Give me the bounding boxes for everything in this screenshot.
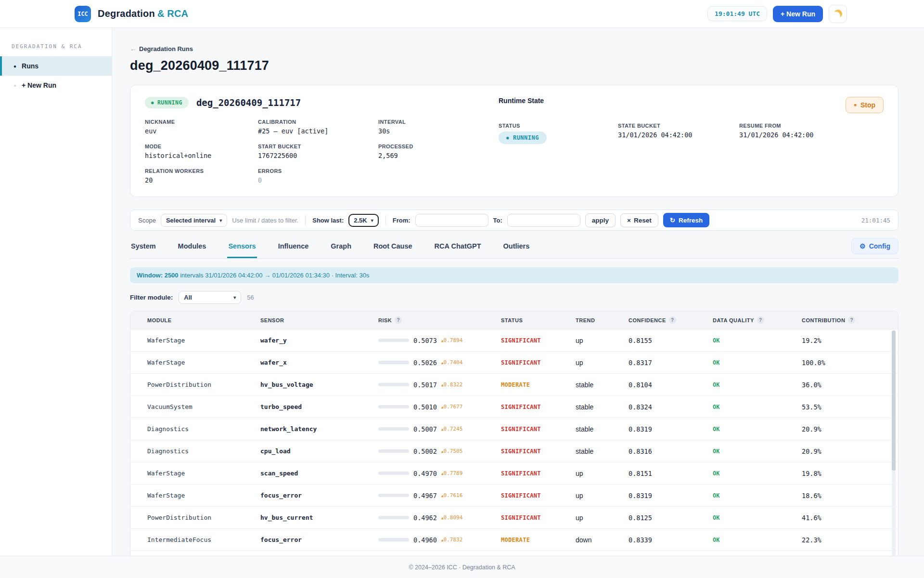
scope-select[interactable]: Selected interval ▾: [161, 214, 227, 227]
cell-sensor: wafer_y: [260, 337, 378, 344]
vertical-scrollbar[interactable]: [892, 330, 896, 556]
field-value: 30s: [378, 127, 499, 135]
risk-bar: [378, 449, 409, 453]
tab-rca-chatgpt[interactable]: RCA ChatGPT: [434, 242, 482, 258]
close-icon: ×: [627, 217, 631, 224]
column-label: MODULE: [147, 317, 172, 323]
run-fields-grid: NICKNAME euv CALIBRATION #25 — euv [acti…: [145, 119, 499, 184]
vertical-scrollbar-thumb[interactable]: [892, 330, 896, 471]
arrow-right-icon: →: [264, 272, 270, 279]
table-column-header: SENSOR: [260, 317, 378, 323]
cell-data-quality: OK: [713, 337, 802, 344]
app-title-accent: & RCA: [157, 8, 188, 19]
refresh-button[interactable]: ↻ Refresh: [663, 213, 710, 227]
cell-status: SIGNIFICANT: [501, 448, 576, 455]
cell-trend: up: [576, 492, 629, 499]
cell-trend: up: [576, 359, 629, 367]
run-field: PROCESSED 2,569: [378, 144, 499, 159]
sidebar-item-new-run[interactable]: ● + New Run: [0, 76, 112, 95]
field-value: #25 — euv [active]: [258, 127, 378, 135]
risk-value: 0.4962: [413, 514, 437, 522]
cell-status: SIGNIFICANT: [501, 470, 576, 477]
utc-clock: 19:01:49 UTC: [707, 6, 767, 21]
last-refresh-time: 21:01:45: [861, 217, 890, 224]
cell-status: SIGNIFICANT: [501, 492, 576, 499]
cell-risk: 0.4962 ▲0.8094: [378, 514, 501, 522]
run-field: MODE historical+online: [145, 144, 258, 159]
table-row[interactable]: IntermediateFocus euv_power 0.4939 ▲0.81…: [130, 551, 898, 556]
sidebar-item-label: + New Run: [22, 81, 56, 89]
table-row[interactable]: PowerDistribution hv_bus_voltage 0.5017 …: [130, 374, 898, 396]
to-date-input[interactable]: [507, 214, 580, 227]
risk-delta: ▲0.7616: [441, 492, 463, 499]
table-row[interactable]: WaferStage scan_speed 0.4970 ▲0.7789 SIG…: [130, 462, 898, 485]
cell-risk: 0.4960 ▲0.7832: [378, 536, 501, 544]
cell-confidence: 0.8319: [629, 492, 713, 499]
help-icon[interactable]: ?: [669, 316, 676, 324]
table-row[interactable]: WaferStage focus_error 0.4967 ▲0.7616 SI…: [130, 485, 898, 507]
cell-module: PowerDistribution: [147, 381, 260, 388]
cell-contribution: 100.0%: [802, 359, 898, 367]
app-title: Degradation& RCA: [98, 8, 188, 19]
table-header-row: MODULE SENSOR RISK ? STATUS TREND CONFID…: [130, 311, 898, 329]
show-last-select[interactable]: 2.5K ▾: [348, 214, 379, 227]
moon-icon: [833, 9, 843, 19]
chevron-down-icon: ▾: [371, 218, 373, 223]
filter-module-select[interactable]: All ▾: [179, 291, 241, 304]
cell-module: Diagnostics: [147, 447, 260, 455]
table-row[interactable]: Diagnostics network_latency 0.5007 ▲0.72…: [130, 418, 898, 440]
table-row[interactable]: WaferStage wafer_x 0.5026 ▲0.7404 SIGNIF…: [130, 352, 898, 374]
table-row[interactable]: WaferStage wafer_y 0.5073 ▲0.7894 SIGNIF…: [130, 329, 898, 352]
cell-data-quality: OK: [713, 426, 802, 433]
stop-button[interactable]: ■ Stop: [846, 97, 884, 113]
cell-module: WaferStage: [147, 470, 260, 477]
help-icon[interactable]: ?: [848, 316, 855, 324]
breadcrumb-back-link[interactable]: ←Degradation Runs: [130, 45, 898, 53]
field-value: 1767225600: [258, 152, 378, 159]
apply-button[interactable]: apply: [585, 213, 616, 227]
cell-contribution: 20.9%: [802, 447, 898, 455]
risk-bar: [378, 516, 409, 519]
table-row[interactable]: PowerDistribution hv_bus_current 0.4962 …: [130, 507, 898, 529]
gear-icon: ⚙: [860, 242, 866, 250]
cell-sensor: wafer_x: [260, 359, 378, 366]
cell-status: MODERATE: [501, 537, 576, 543]
field-label: PROCESSED: [378, 144, 499, 149]
reset-button[interactable]: × Reset: [620, 213, 658, 227]
risk-value: 0.5010: [413, 403, 437, 411]
config-button[interactable]: ⚙ Config: [851, 238, 898, 254]
cell-module: VacuumSystem: [147, 403, 260, 410]
refresh-icon: ↻: [670, 216, 675, 224]
tab-modules[interactable]: Modules: [177, 242, 207, 258]
bullet-icon: ●: [13, 83, 16, 88]
sidebar-item-label: Runs: [22, 62, 38, 70]
filter-toolbar: Scope Selected interval ▾ Use limit / da…: [130, 210, 898, 231]
theme-toggle-button[interactable]: [829, 5, 847, 23]
table-row[interactable]: IntermediateFocus focus_error 0.4960 ▲0.…: [130, 529, 898, 551]
help-icon[interactable]: ?: [395, 316, 402, 324]
field-label: MODE: [145, 144, 258, 149]
tab-outliers[interactable]: Outliers: [502, 242, 531, 258]
cell-sensor: turbo_speed: [260, 403, 378, 410]
sidebar-item-runs[interactable]: ● Runs: [0, 56, 112, 76]
tab-influence[interactable]: Influence: [277, 242, 310, 258]
new-run-button[interactable]: + New Run: [773, 6, 823, 22]
tab-graph[interactable]: Graph: [330, 242, 352, 258]
from-date-input[interactable]: [415, 214, 488, 227]
cell-contribution: 19.8%: [802, 470, 898, 477]
cell-status: MODERATE: [501, 381, 576, 388]
cell-contribution: 19.2%: [802, 337, 898, 344]
cell-trend: stable: [576, 403, 629, 411]
tab-system[interactable]: System: [130, 242, 157, 258]
table-row[interactable]: VacuumSystem turbo_speed 0.5010 ▲0.7677 …: [130, 396, 898, 418]
cell-confidence: 0.8155: [629, 337, 713, 344]
from-label: From:: [393, 217, 411, 224]
tab-sensors[interactable]: Sensors: [227, 242, 257, 258]
help-icon[interactable]: ?: [757, 316, 764, 324]
table-row[interactable]: Diagnostics cpu_load 0.5002 ▲0.7505 SIGN…: [130, 440, 898, 462]
risk-delta: ▲0.8094: [441, 514, 463, 521]
sidebar-section-title: DEGRADATION & RCA: [0, 43, 112, 56]
run-field: ERRORS 0: [258, 168, 378, 184]
field-value: 0: [258, 176, 378, 184]
tab-root-cause[interactable]: Root Cause: [372, 242, 413, 258]
